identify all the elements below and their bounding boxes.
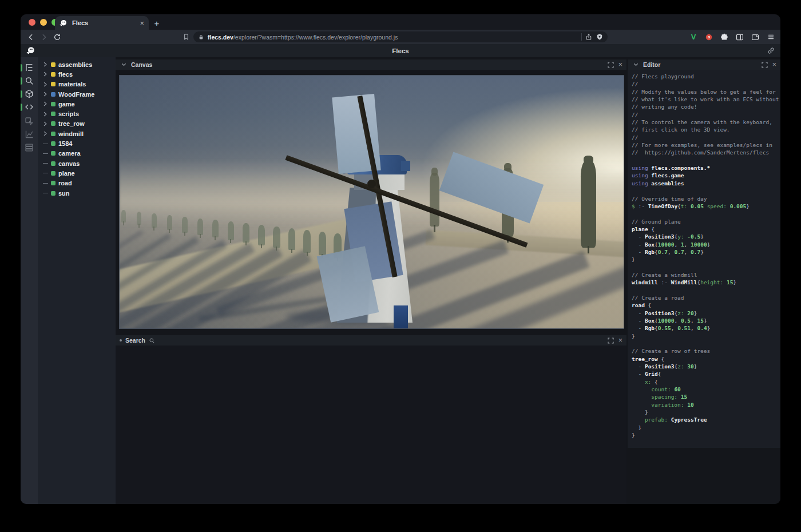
tree-item-scripts[interactable]: scripts [38, 109, 116, 118]
chevron-down-icon[interactable] [632, 61, 640, 69]
tree-item-tree_row[interactable]: tree_row [38, 119, 116, 129]
code-line: // To control the camera with the keyboa… [632, 119, 780, 126]
cypress-tree [152, 213, 157, 228]
entity-kind-icon [51, 191, 55, 196]
cypress-tree [137, 212, 141, 225]
wallet-icon[interactable] [750, 32, 760, 42]
chevron-down-icon[interactable] [120, 61, 128, 69]
canvas-3d-view[interactable] [119, 75, 624, 329]
rail-entity-tree-icon[interactable] [21, 62, 38, 74]
canvas-panel-title: Canvas [131, 61, 152, 68]
tree-item-assemblies[interactable]: assemblies [38, 59, 116, 69]
back-button[interactable] [25, 31, 37, 43]
tab-close-icon[interactable]: × [140, 19, 144, 27]
tree-trunk [200, 234, 201, 238]
extensions-puzzle-icon[interactable] [719, 32, 729, 42]
tree-item-label: scripts [58, 110, 79, 117]
fullscreen-icon[interactable] [761, 61, 769, 69]
collapsed-bullet-icon[interactable] [120, 339, 122, 342]
icon-rail [21, 57, 38, 504]
rail-scene-icon[interactable] [21, 89, 38, 100]
entity-kind-icon [51, 112, 55, 116]
app-content: assembliesflecsmaterialsWoodFramegamescr… [21, 57, 780, 504]
split-view-icon[interactable] [735, 32, 745, 42]
expand-chevron-icon[interactable] [42, 72, 48, 77]
code-line: x: { [632, 379, 780, 386]
rail-query-inspector-icon[interactable] [21, 116, 38, 128]
bookmark-icon[interactable] [180, 31, 192, 43]
code-line: plane { [632, 226, 780, 233]
expand-chevron-icon[interactable] [42, 92, 48, 97]
cypress-tree [243, 223, 249, 243]
browser-tab[interactable]: Flecs × [55, 16, 149, 30]
forward-button[interactable] [38, 31, 50, 43]
menu-icon[interactable] [766, 32, 776, 42]
code-line: - Grid{ [632, 371, 780, 378]
entity-kind-icon [51, 161, 55, 166]
leaf-dash-icon [42, 193, 48, 193]
tree-item-canvas[interactable]: canvas [38, 158, 116, 168]
tree-item-road[interactable]: road [38, 178, 116, 188]
fullscreen-icon[interactable] [607, 61, 615, 69]
tree-item-flecs[interactable]: flecs [38, 69, 116, 79]
tree-item-label: windmill [58, 130, 84, 137]
tree-item-label: game [58, 101, 75, 108]
code-line: - Box{10000, 0.5, 15} [632, 317, 780, 325]
shield-icon[interactable] [596, 33, 603, 41]
tree-item-camera[interactable]: camera [38, 149, 116, 158]
tree-item-plane[interactable]: plane [38, 168, 116, 178]
cypress-tree [430, 173, 439, 227]
tree-item-1584[interactable]: 1584 [38, 138, 116, 148]
leaf-dash-icon [42, 163, 48, 164]
entity-kind-icon [51, 151, 55, 156]
code-line: using flecs.game [632, 172, 780, 180]
cypress-tree [303, 230, 311, 253]
fullscreen-icon[interactable] [607, 336, 615, 344]
extension-red-icon[interactable] [704, 32, 714, 42]
expand-chevron-icon[interactable] [42, 62, 48, 67]
code-line: - Position3{z: 30} [632, 363, 780, 371]
canvas-panel-header: Canvas × [116, 59, 626, 70]
minimize-window-button[interactable] [40, 19, 47, 26]
tree-item-game[interactable]: game [38, 99, 116, 109]
cypress-tree [167, 215, 172, 231]
close-icon[interactable]: × [772, 61, 776, 69]
rail-data-icon[interactable] [21, 142, 38, 154]
close-window-button[interactable] [29, 19, 35, 26]
expand-chevron-icon[interactable] [42, 121, 48, 126]
tree-item-windmill[interactable]: windmill [38, 129, 116, 138]
permalink-icon[interactable] [767, 46, 775, 55]
expand-chevron-icon[interactable] [42, 101, 48, 106]
code-line: $ :- TimeOfDay{t: 0.05 speed: 0.005} [632, 203, 780, 211]
tree-trunk [261, 244, 262, 248]
rail-statistics-icon[interactable] [21, 129, 38, 141]
code-line [632, 211, 780, 218]
rail-search-icon[interactable] [21, 76, 38, 87]
close-icon[interactable]: × [618, 337, 622, 344]
expand-chevron-icon[interactable] [42, 131, 48, 136]
entity-tree-list: assembliesflecsmaterialsWoodFramegamescr… [38, 57, 116, 198]
extension-v-icon[interactable]: V [688, 32, 699, 42]
tree-item-materials[interactable]: materials [38, 80, 116, 89]
entity-kind-icon [51, 92, 55, 97]
code-line: // For more examples, see examples/plecs… [632, 142, 780, 149]
tree-item-WoodFrame[interactable]: WoodFrame [38, 89, 116, 99]
code-line [632, 264, 780, 272]
close-icon[interactable]: × [618, 61, 622, 69]
new-tab-button[interactable]: + [151, 17, 162, 29]
code-line: // writing any code! [632, 104, 780, 111]
code-line: road { [632, 302, 780, 309]
expand-chevron-icon[interactable] [42, 112, 48, 117]
code-line: variation: 10 [632, 402, 780, 409]
expand-chevron-icon[interactable] [42, 82, 48, 87]
share-icon[interactable] [585, 33, 592, 41]
tree-item-sun[interactable]: sun [38, 188, 116, 198]
code-editor[interactable]: // Flecs playground//// Modify the value… [628, 70, 780, 448]
windmill-door [394, 305, 408, 328]
code-line: // Flecs playground [632, 73, 780, 81]
reload-button[interactable] [51, 31, 63, 43]
url-bar[interactable]: flecs.dev /explorer/?wasm=https://www.fl… [193, 31, 608, 42]
page-title: Flecs [21, 44, 780, 57]
code-line: using assemblies [632, 180, 780, 188]
rail-code-icon[interactable] [21, 102, 38, 113]
